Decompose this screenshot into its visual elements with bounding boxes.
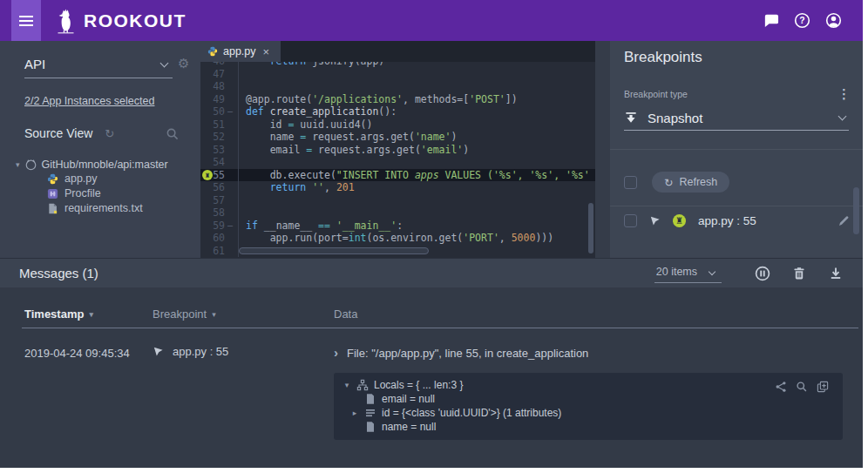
gutter[interactable]: 61 xyxy=(200,245,239,258)
line-number[interactable]: 59 xyxy=(200,220,225,233)
code-line-51[interactable]: 51 id = uuid.uuid4() xyxy=(200,118,595,132)
page-size-value: 20 items xyxy=(656,266,697,278)
breakpoint-type-select[interactable]: Snapshot xyxy=(624,105,849,131)
locals-var-row[interactable]: ▸ id = {<class 'uuid.UUID'>} (1 attribut… xyxy=(342,406,834,420)
gutter[interactable]: 50– xyxy=(200,105,239,118)
tree-file-procfile[interactable]: Procfile xyxy=(47,187,101,199)
trash-icon[interactable] xyxy=(791,266,807,281)
hamburger-menu-button[interactable] xyxy=(11,0,41,41)
gutter[interactable]: 48 xyxy=(200,80,239,93)
code-line-56[interactable]: 56 return '', 201 xyxy=(200,181,595,194)
gutter[interactable]: 57 xyxy=(200,194,239,207)
code-line-53[interactable]: 53 email = request.args.get('email') xyxy=(200,144,595,157)
source-view-label: Source View xyxy=(24,126,92,140)
app-select-dropdown[interactable]: API xyxy=(24,50,173,78)
breakpoint-rook-icon[interactable]: ♜ xyxy=(202,170,213,180)
page-size-dropdown[interactable]: 20 items xyxy=(654,264,722,283)
tab-close-icon[interactable]: × xyxy=(263,45,270,58)
line-number[interactable]: 56 xyxy=(200,181,225,194)
share-icon[interactable] xyxy=(775,381,787,393)
search-icon[interactable] xyxy=(166,127,180,141)
line-number[interactable]: 54 xyxy=(200,156,225,169)
locals-root-row[interactable]: ▾ Locals = { ... len:3 } xyxy=(342,378,834,392)
gutter[interactable]: 49 xyxy=(200,93,239,106)
fold-marker-icon[interactable]: – xyxy=(225,220,235,233)
gutter[interactable]: 56 xyxy=(200,181,239,194)
message-data-summary[interactable]: › File: "/app/app.py", line 55, in creat… xyxy=(334,345,588,361)
code-line-54[interactable]: 54 xyxy=(200,156,595,169)
line-number[interactable]: 58 xyxy=(200,206,225,220)
code-line-57[interactable]: 57 xyxy=(200,194,595,207)
breakpoint-checkbox[interactable] xyxy=(624,214,637,227)
caret-down-icon[interactable]: ▾ xyxy=(342,381,351,389)
chevron-down-icon xyxy=(160,59,169,68)
line-number[interactable]: 49 xyxy=(200,93,225,106)
gutter[interactable]: 52 xyxy=(200,131,239,144)
line-number[interactable]: 50 xyxy=(200,105,225,118)
breakpoint-list-item[interactable]: ♜ app.py : 55 xyxy=(624,214,851,227)
copy-add-icon[interactable] xyxy=(817,381,829,393)
code-line-55[interactable]: ♜55 db.execute("INSERT INTO apps VALUES … xyxy=(200,169,595,182)
gutter[interactable]: 60 xyxy=(200,232,239,245)
gutter[interactable]: 58 xyxy=(200,206,239,220)
text-file-icon xyxy=(47,203,58,214)
download-icon[interactable] xyxy=(828,266,844,281)
gutter[interactable]: 53 xyxy=(200,144,239,157)
refresh-button[interactable]: ↻ Refresh xyxy=(652,172,729,193)
account-icon[interactable] xyxy=(825,12,842,29)
code-line-50[interactable]: 50–def create_application(): xyxy=(200,105,595,118)
refresh-row: ↻ Refresh xyxy=(624,172,729,193)
line-number[interactable]: 51 xyxy=(200,118,225,132)
column-timestamp[interactable]: Timestamp ▾ xyxy=(24,307,93,321)
kebab-menu-icon[interactable]: ⋮ xyxy=(837,86,851,102)
code-line-49[interactable]: 49@app.route('/applications', methods=['… xyxy=(200,93,595,106)
line-number[interactable]: 48 xyxy=(200,80,225,93)
locals-var-row[interactable]: email = null xyxy=(342,392,834,406)
vertical-scrollbar[interactable] xyxy=(588,203,593,253)
horizontal-scrollbar[interactable] xyxy=(239,247,429,254)
caret-right-icon[interactable]: ▸ xyxy=(350,409,359,417)
tree-file-requirements[interactable]: requirements.txt xyxy=(47,202,143,214)
select-all-checkbox[interactable] xyxy=(624,176,637,189)
gutter[interactable]: 54 xyxy=(200,156,239,169)
gutter[interactable]: ♜55 xyxy=(200,169,239,182)
fold-marker-icon[interactable]: – xyxy=(225,105,235,118)
tab-app-py[interactable]: app.py × xyxy=(200,41,281,62)
chevron-down-icon xyxy=(709,267,715,274)
line-number[interactable]: 60 xyxy=(200,232,225,245)
messages-panel: Messages (1) 20 items xyxy=(0,258,863,468)
panel-scrollbar[interactable] xyxy=(853,187,859,234)
divider xyxy=(610,206,863,206)
fold-marker-empty xyxy=(225,169,235,182)
code-line-58[interactable]: 58 xyxy=(200,206,595,220)
line-number[interactable]: 47 xyxy=(200,68,225,81)
app-instances-link[interactable]: 2/2 App Instances selected xyxy=(24,95,154,107)
refresh-sources-icon[interactable]: ↻ xyxy=(105,127,114,140)
search-icon[interactable] xyxy=(796,381,808,393)
repo-tree-root[interactable]: ▾ GitHub/mnoble/api:master xyxy=(16,158,168,171)
gutter[interactable]: 51 xyxy=(200,118,239,132)
tree-file-app-py[interactable]: app.py xyxy=(47,172,98,185)
code-line-59[interactable]: 59–if __name__ == '__main__': xyxy=(200,220,595,233)
code-line-60[interactable]: 60 app.run(port=int(os.environ.get('PORT… xyxy=(200,232,595,245)
line-number[interactable]: 53 xyxy=(200,144,225,157)
gutter[interactable]: 47 xyxy=(200,68,239,81)
sidebar: API ⚙ 2/2 App Instances selected Source … xyxy=(0,41,200,258)
locals-var-row[interactable]: name = null xyxy=(342,420,834,434)
gear-icon[interactable]: ⚙ xyxy=(178,56,189,71)
object-list-icon xyxy=(364,407,376,419)
code-line-52[interactable]: 52 name = request.args.get('name') xyxy=(200,131,595,144)
line-number[interactable]: 52 xyxy=(200,131,225,144)
column-breakpoint[interactable]: Breakpoint ▾ xyxy=(153,307,216,321)
line-number[interactable]: 57 xyxy=(200,194,225,207)
edit-pencil-icon[interactable] xyxy=(837,214,851,227)
line-number[interactable]: 61 xyxy=(200,245,225,258)
chat-icon[interactable] xyxy=(763,12,779,29)
code-area[interactable]: 46 return jsonify(app)474849@app.route('… xyxy=(200,62,595,258)
code-line-48[interactable]: 48 xyxy=(200,80,595,93)
code-line-47[interactable]: 47 xyxy=(200,68,595,81)
message-row[interactable]: 2019-04-24 09:45:34 app.py : 55 › File: … xyxy=(24,345,854,362)
help-icon[interactable]: ? xyxy=(794,12,810,29)
gutter[interactable]: 59– xyxy=(200,220,239,233)
pause-icon[interactable] xyxy=(755,266,770,281)
